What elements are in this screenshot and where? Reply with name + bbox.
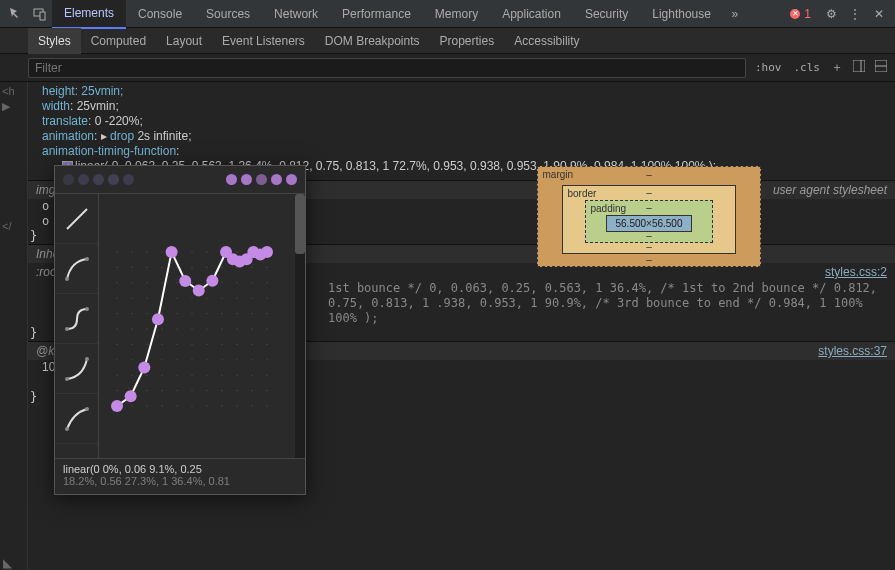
svg-point-118: [251, 313, 253, 315]
svg-point-109: [236, 344, 238, 346]
svg-point-76: [191, 344, 193, 346]
resize-handle-icon[interactable]: ◣: [0, 556, 14, 570]
svg-point-19: [116, 313, 118, 315]
box-model-padding[interactable]: padding – 56.500×56.500 –: [585, 200, 712, 243]
tab-security[interactable]: Security: [573, 0, 640, 28]
svg-point-86: [206, 328, 208, 330]
error-count-badge[interactable]: ✕1: [790, 7, 811, 21]
tab-sources[interactable]: Sources: [194, 0, 262, 28]
svg-point-113: [236, 405, 238, 407]
subtab-accessibility[interactable]: Accessibility: [504, 28, 589, 54]
svg-point-34: [131, 374, 133, 376]
svg-point-62: [176, 297, 178, 299]
svg-point-64: [176, 328, 178, 330]
svg-point-11: [65, 377, 69, 381]
svg-point-73: [191, 297, 193, 299]
css-decl-height[interactable]: height: 25vmin;: [42, 84, 895, 99]
more-tabs-icon[interactable]: »: [723, 2, 747, 26]
svg-point-91: [206, 405, 208, 407]
styles-subtabs: Styles Computed Layout Event Listeners D…: [0, 28, 895, 54]
svg-point-134: [266, 390, 268, 392]
box-model-border[interactable]: border – padding – 56.500×56.500 – –: [562, 185, 735, 254]
easing-scrollbar[interactable]: [295, 194, 305, 458]
subtab-styles[interactable]: Styles: [28, 28, 81, 54]
svg-point-136: [111, 400, 123, 412]
tab-console[interactable]: Console: [126, 0, 194, 28]
svg-point-80: [191, 405, 193, 407]
preset-linear-icon[interactable]: [55, 194, 98, 244]
rendering-panel-icon[interactable]: [873, 60, 889, 75]
svg-point-12: [85, 357, 89, 361]
dom-expand-icon[interactable]: ▶: [0, 99, 27, 114]
svg-point-102: [221, 405, 223, 407]
svg-point-36: [131, 405, 133, 407]
computed-sidebar-icon[interactable]: [851, 60, 867, 75]
filter-input[interactable]: [28, 58, 746, 78]
svg-point-108: [236, 328, 238, 330]
tab-memory[interactable]: Memory: [423, 0, 490, 28]
css-decl-width[interactable]: width: 25vmin;: [42, 99, 895, 114]
svg-point-31: [131, 328, 133, 330]
svg-point-13: [65, 427, 69, 431]
tab-performance[interactable]: Performance: [330, 0, 423, 28]
svg-point-46: [146, 390, 148, 392]
tab-lighthouse[interactable]: Lighthouse: [640, 0, 723, 28]
svg-point-27: [131, 267, 133, 269]
svg-point-14: [85, 407, 89, 411]
inspect-element-icon[interactable]: [4, 2, 28, 26]
easing-preset-list[interactable]: [55, 194, 99, 458]
svg-point-96: [221, 313, 223, 315]
box-model-margin[interactable]: margin – border – padding – 56.500×56.50…: [537, 166, 760, 267]
svg-point-131: [266, 344, 268, 346]
subtab-event-listeners[interactable]: Event Listeners: [212, 28, 315, 54]
preset-ease-in-out-icon[interactable]: [55, 294, 98, 344]
svg-point-110: [236, 359, 238, 361]
dom-line: <h: [0, 84, 27, 99]
subtab-layout[interactable]: Layout: [156, 28, 212, 54]
css-decl-translate[interactable]: translate: 0 -220%;: [42, 114, 895, 129]
scrollbar-thumb[interactable]: [295, 194, 305, 254]
preview-ball-icon: [108, 174, 119, 185]
svg-point-123: [251, 390, 253, 392]
preset-ease-out-icon[interactable]: [55, 244, 98, 294]
cls-toggle[interactable]: .cls: [791, 61, 824, 74]
svg-point-48: [161, 251, 163, 253]
device-toolbar-icon[interactable]: [28, 2, 52, 26]
svg-point-116: [251, 282, 253, 284]
tab-network[interactable]: Network: [262, 0, 330, 28]
gear-icon[interactable]: ⚙: [819, 2, 843, 26]
svg-point-130: [266, 328, 268, 330]
svg-point-53: [161, 328, 163, 330]
new-style-rule-icon[interactable]: ＋: [829, 59, 845, 76]
svg-point-24: [116, 390, 118, 392]
svg-point-16: [116, 267, 118, 269]
easing-editor-popup[interactable]: linear(0 0%, 0.06 9.1%, 0.25 18.2%, 0.56…: [54, 165, 306, 495]
tab-elements[interactable]: Elements: [52, 0, 126, 29]
svg-point-90: [206, 390, 208, 392]
svg-point-8: [85, 257, 89, 261]
svg-point-106: [236, 297, 238, 299]
svg-point-54: [161, 344, 163, 346]
svg-point-107: [236, 313, 238, 315]
preset-ease-icon[interactable]: [55, 394, 98, 444]
svg-point-21: [116, 344, 118, 346]
close-icon[interactable]: ✕: [867, 2, 891, 26]
svg-point-32: [131, 344, 133, 346]
svg-point-143: [206, 275, 218, 287]
svg-point-45: [146, 374, 148, 376]
tab-application[interactable]: Application: [490, 0, 573, 28]
preview-ball-icon: [78, 174, 89, 185]
svg-point-77: [191, 359, 193, 361]
subtab-computed[interactable]: Computed: [81, 28, 156, 54]
subtab-dom-breakpoints[interactable]: DOM Breakpoints: [315, 28, 430, 54]
svg-point-72: [191, 282, 193, 284]
easing-value-readout[interactable]: linear(0 0%, 0.06 9.1%, 0.25 18.2%, 0.56…: [55, 458, 305, 494]
hov-toggle[interactable]: :hov: [752, 61, 785, 74]
kebab-icon[interactable]: ⋮: [843, 2, 867, 26]
svg-point-84: [206, 297, 208, 299]
subtab-properties[interactable]: Properties: [430, 28, 505, 54]
svg-point-97: [221, 328, 223, 330]
svg-point-105: [236, 282, 238, 284]
easing-canvas[interactable]: [99, 194, 305, 458]
preset-ease-in-icon[interactable]: [55, 344, 98, 394]
